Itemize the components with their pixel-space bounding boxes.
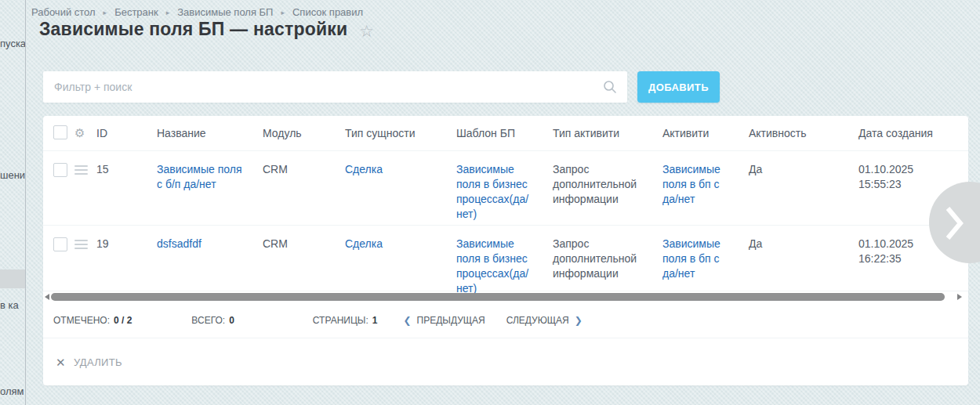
rule-name-link[interactable]: Зависимые поля с б/п да/нет (157, 163, 242, 190)
cell-activity-type: Запрос дополнительной информации (553, 237, 662, 281)
pages-counter: СТРАНИЦЫ:1 (313, 315, 378, 326)
page-title: Зависимые поля БП — настройки (39, 19, 347, 40)
clipped-text-fragment: пуска (0, 38, 26, 49)
breadcrumb-item-rules-list[interactable]: Список правил (292, 6, 363, 18)
column-header-module[interactable]: Модуль (263, 127, 345, 139)
rules-grid-panel: ⚙ ID Название Модуль Тип сущности Шаблон… (43, 116, 968, 385)
search-input[interactable] (43, 71, 627, 103)
activity-link[interactable]: Зависимые поля в бп с да/нет (662, 163, 720, 205)
cell-module: CRM (263, 162, 345, 177)
clipped-text-fragment: шени (0, 169, 25, 181)
select-all-checkbox[interactable] (53, 125, 67, 139)
chevron-right-icon: ❯ (575, 315, 583, 326)
filter-search-bar[interactable] (43, 71, 627, 103)
breadcrumb-item-module[interactable]: Зависимые поля БП (177, 6, 273, 18)
cell-activity: Зависимые поля в бп с да/нет (662, 162, 749, 207)
chevron-left-icon: ❮ (403, 315, 411, 326)
cell-name: Зависимые поля с б/п да/нет (157, 162, 263, 192)
search-icon[interactable] (603, 80, 617, 94)
row-menu-cell (74, 237, 96, 255)
delete-button[interactable]: ✕ УДАЛИТЬ (56, 356, 122, 368)
clipped-text-fragment: олям (0, 385, 24, 397)
clipped-highlight-bar (0, 269, 25, 288)
bp-template-link[interactable]: Зависимые поля в бизнес процессах(да/нет… (456, 163, 528, 220)
cell-active: Да (749, 162, 858, 177)
cell-bp-template: Зависимые поля в бизнес процессах(да/нет… (456, 162, 553, 222)
scrollbar-thumb[interactable] (51, 293, 945, 301)
row-actions-menu-icon[interactable] (74, 240, 88, 251)
scroll-right-arrow-icon[interactable] (957, 294, 962, 300)
entity-type-link[interactable]: Сделка (345, 237, 383, 250)
row-checkbox[interactable] (53, 163, 67, 177)
total-counter: ВСЕГО:0 (191, 315, 234, 326)
bp-template-link[interactable]: Зависимые поля в бизнес процессах(да/нет… (456, 237, 528, 295)
cell-active: Да (749, 237, 858, 251)
row-actions-menu-icon[interactable] (74, 165, 88, 177)
pages-value: 1 (372, 315, 378, 326)
row-menu-cell (74, 162, 96, 181)
activity-link[interactable]: Зависимые поля в бп с да/нет (662, 237, 720, 280)
row-checkbox-cell (53, 162, 74, 181)
table-row: 19 dsfsadfdf CRM Сделка Зависимые поля в… (43, 226, 968, 291)
row-checkbox-cell (53, 237, 74, 255)
checked-value: 0 / 2 (114, 315, 132, 326)
breadcrumb-separator-icon: ▸ (281, 9, 285, 16)
cell-activity: Зависимые поля в бп с да/нет (662, 237, 749, 281)
scroll-left-arrow-icon[interactable] (45, 294, 49, 300)
delete-button-label: УДАЛИТЬ (74, 356, 122, 368)
cell-id: 19 (96, 237, 157, 251)
screen: пуска шени в ка олям Рабочий стол ▸ Бест… (0, 0, 980, 405)
cell-name: dsfsadfdf (157, 237, 263, 251)
breadcrumb: Рабочий стол ▸ Бестранк ▸ Зависимые поля… (31, 6, 363, 18)
total-label: ВСЕГО: (191, 315, 225, 326)
breadcrumb-separator-icon: ▸ (103, 9, 107, 16)
cell-activity-type: Запрос дополнительной информации (553, 162, 662, 207)
prev-page-label: ПРЕДЫДУЩАЯ (417, 315, 485, 326)
column-header-created[interactable]: Дата создания (858, 127, 968, 139)
column-header-entity-type[interactable]: Тип сущности (345, 127, 456, 139)
cell-module: CRM (263, 237, 345, 251)
column-header-activity-type[interactable]: Тип активити (553, 127, 662, 139)
next-page-button[interactable]: СЛЕДУЮЩАЯ❯ (506, 315, 588, 326)
title-row: Зависимые поля БП — настройки ☆ (39, 19, 374, 40)
pages-label: СТРАНИЦЫ: (313, 315, 368, 326)
favorite-star-icon[interactable]: ☆ (359, 23, 374, 39)
breadcrumb-separator-icon: ▸ (166, 9, 170, 16)
cell-bp-template: Зависимые поля в бизнес процессах(да/нет… (456, 237, 553, 296)
column-header-name[interactable]: Название (157, 127, 263, 139)
clipped-text-fragment: в ка (0, 299, 19, 311)
rule-name-link[interactable]: dsfsadfdf (157, 237, 201, 250)
column-header-active[interactable]: Активность (749, 127, 858, 139)
checked-counter: ОТМЕЧЕНО:0 / 2 (53, 315, 132, 326)
delete-x-icon: ✕ (56, 356, 66, 368)
horizontal-scrollbar[interactable] (43, 291, 968, 303)
cell-id: 15 (96, 162, 157, 177)
grid-settings-gear-icon[interactable]: ⚙ (74, 126, 85, 139)
prev-page-button[interactable]: ❮ПРЕДЫДУЩАЯ (397, 315, 485, 326)
header-checkbox-cell (53, 125, 74, 142)
entity-type-link[interactable]: Сделка (345, 163, 383, 175)
header-settings-cell: ⚙ (74, 127, 96, 139)
add-button[interactable]: ДОБАВИТЬ (637, 71, 720, 103)
chevron-right-icon (945, 205, 965, 241)
pagination-bar: ОТМЕЧЕНО:0 / 2 ВСЕГО:0 СТРАНИЦЫ:1 ❮ПРЕДЫ… (43, 303, 968, 338)
next-page-label: СЛЕДУЮЩАЯ (506, 315, 569, 326)
column-header-bp-template[interactable]: Шаблон БП (456, 127, 553, 139)
cell-entity-type: Сделка (345, 162, 456, 177)
breadcrumb-item-vendor[interactable]: Бестранк (114, 6, 158, 18)
total-value: 0 (229, 315, 234, 326)
cell-entity-type: Сделка (345, 237, 456, 251)
column-header-id[interactable]: ID (96, 127, 157, 139)
panel-left-border (25, 0, 26, 405)
table-row: 15 Зависимые поля с б/п да/нет CRM Сделк… (43, 151, 968, 226)
column-header-activity[interactable]: Активити (662, 127, 749, 139)
row-checkbox[interactable] (53, 237, 67, 251)
grid-header-row: ⚙ ID Название Модуль Тип сущности Шаблон… (43, 116, 968, 151)
breadcrumb-item-desktop[interactable]: Рабочий стол (31, 6, 96, 18)
group-actions-bar: ✕ УДАЛИТЬ (43, 338, 968, 386)
checked-label: ОТМЕЧЕНО: (53, 315, 110, 326)
